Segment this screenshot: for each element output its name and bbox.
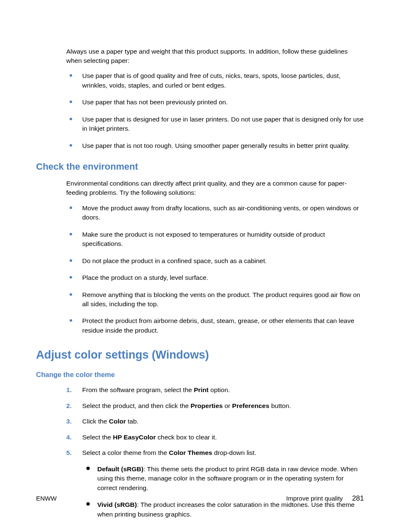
strong-text: Default (sRGB) xyxy=(97,465,143,473)
list-item: Protect the product from airborne debris… xyxy=(66,316,364,335)
list-item: Default (sRGB): This theme sets the prod… xyxy=(82,465,364,493)
step-text: Select the xyxy=(82,434,113,441)
paper-guidelines-list: Use paper that is of good quality and fr… xyxy=(66,71,364,150)
step-text: Click the xyxy=(82,418,109,425)
env-solutions-list: Move the product away from drafty locati… xyxy=(66,204,364,336)
step-text: button. xyxy=(269,402,291,409)
paper-intro: Always use a paper type and weight that … xyxy=(66,47,364,66)
step-text: Select a color theme from the xyxy=(82,449,169,456)
step-item: From the software program, select the Pr… xyxy=(66,385,364,395)
page-content: Always use a paper type and weight that … xyxy=(0,0,400,532)
step-item: Select a color theme from the Color Them… xyxy=(66,448,364,519)
step-text: option. xyxy=(209,386,230,393)
heading-change-theme: Change the color theme xyxy=(36,371,364,379)
footer-left: ENWW xyxy=(36,495,57,502)
heading-adjust-color: Adjust color settings (Windows) xyxy=(36,349,364,362)
list-item: Place the product on a sturdy, level sur… xyxy=(66,273,364,282)
strong-text: Preferences xyxy=(232,402,270,409)
step-item: Select the HP EasyColor check box to cle… xyxy=(66,433,364,442)
footer-section: Improve print quality xyxy=(286,495,343,502)
env-intro: Environmental conditions can directly af… xyxy=(66,179,364,198)
step-text: or xyxy=(223,402,232,409)
strong-text: Print xyxy=(194,386,208,393)
list-item: Vivid (sRGB): The product increases the … xyxy=(82,500,364,519)
theme-options-list: Default (sRGB): This theme sets the prod… xyxy=(82,465,364,519)
step-item: Click the Color tab. xyxy=(66,417,364,426)
strong-text: Color xyxy=(109,418,126,425)
list-item: Remove anything that is blocking the ven… xyxy=(66,290,364,309)
page-number: 281 xyxy=(352,494,364,503)
list-item: Use paper that is designed for use in la… xyxy=(66,115,364,134)
list-item: Make sure the product is not exposed to … xyxy=(66,230,364,249)
strong-text: HP EasyColor xyxy=(113,434,156,441)
footer-right: Improve print quality 281 xyxy=(286,494,364,503)
step-text: From the software program, select the xyxy=(82,386,194,393)
step-text: drop-down list. xyxy=(212,449,256,456)
heading-check-environment: Check the environment xyxy=(36,161,364,172)
step-text: check box to clear it. xyxy=(156,434,217,441)
strong-text: Color Themes xyxy=(169,449,212,456)
step-text: Select the product, and then click the xyxy=(82,402,191,409)
list-item: Move the product away from drafty locati… xyxy=(66,204,364,222)
list-item: Use paper that is of good quality and fr… xyxy=(66,71,364,90)
list-item: Use paper that has not been previously p… xyxy=(66,98,364,107)
step-item: Select the product, and then click the P… xyxy=(66,401,364,411)
strong-text: Properties xyxy=(191,402,223,409)
step-text: tab. xyxy=(126,418,138,425)
list-item: Use paper that is not too rough. Using s… xyxy=(66,141,364,150)
page-footer: ENWW Improve print quality 281 xyxy=(36,494,364,503)
list-item: Do not place the product in a confined s… xyxy=(66,256,364,266)
